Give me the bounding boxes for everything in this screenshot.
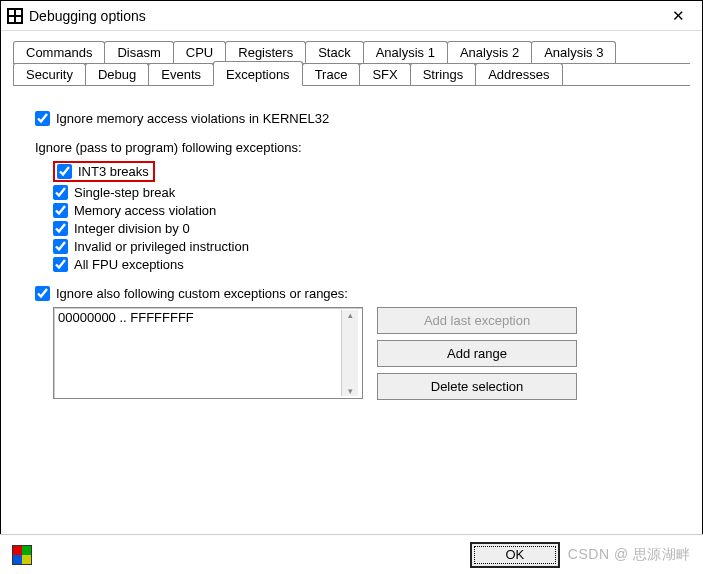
tab-disasm[interactable]: Disasm (104, 41, 173, 63)
tab-commands[interactable]: Commands (13, 41, 105, 63)
add-range-button[interactable]: Add range (377, 340, 577, 367)
label-singlestep: Single-step break (74, 185, 175, 200)
delete-selection-button[interactable]: Delete selection (377, 373, 577, 400)
custom-listbox[interactable]: 00000000 .. FFFFFFFF ▴ ▾ (53, 307, 363, 399)
label-memaccess: Memory access violation (74, 203, 216, 218)
tab-registers[interactable]: Registers (225, 41, 306, 63)
option-fpu: All FPU exceptions (53, 257, 686, 272)
highlight-box: INT3 breaks (53, 161, 155, 182)
label-fpu: All FPU exceptions (74, 257, 184, 272)
label-ignore-kernel32: Ignore memory access violations in KERNE… (56, 111, 329, 126)
tab-addresses[interactable]: Addresses (475, 63, 562, 85)
checkbox-singlestep[interactable] (53, 185, 68, 200)
tab-exceptions[interactable]: Exceptions (213, 61, 303, 86)
checkbox-int3[interactable] (57, 164, 72, 179)
exceptions-panel: Ignore memory access violations in KERNE… (13, 102, 690, 400)
watermark: CSDN @ 思源湖畔 (568, 546, 691, 564)
title-bar: Debugging options ✕ (1, 1, 702, 31)
option-singlestep: Single-step break (53, 185, 686, 200)
option-ignore-custom: Ignore also following custom exceptions … (35, 286, 686, 301)
option-invalid: Invalid or privileged instruction (53, 239, 686, 254)
checkbox-ignore-kernel32[interactable] (35, 111, 50, 126)
checkbox-ignore-custom[interactable] (35, 286, 50, 301)
tab-cpu[interactable]: CPU (173, 41, 226, 63)
tab-security[interactable]: Security (13, 63, 86, 85)
option-int3: INT3 breaks (53, 161, 686, 182)
add-last-exception-button[interactable]: Add last exception (377, 307, 577, 334)
label-ignore-custom: Ignore also following custom exceptions … (56, 286, 348, 301)
checkbox-fpu[interactable] (53, 257, 68, 272)
label-int3: INT3 breaks (78, 164, 149, 179)
ok-button[interactable]: OK (470, 542, 560, 568)
content-area: Commands Disasm CPU Registers Stack Anal… (1, 31, 702, 400)
listbox-content: 00000000 .. FFFFFFFF (58, 310, 341, 396)
tabs: Commands Disasm CPU Registers Stack Anal… (13, 41, 690, 86)
close-icon: ✕ (672, 7, 685, 25)
option-intdiv: Integer division by 0 (53, 221, 686, 236)
label-invalid: Invalid or privileged instruction (74, 239, 249, 254)
bottom-bar: OK CSDN @ 思源湖畔 (0, 534, 703, 574)
listbox-scrollbar[interactable]: ▴ ▾ (341, 310, 358, 396)
scroll-down-icon: ▾ (348, 386, 353, 396)
tab-sfx[interactable]: SFX (359, 63, 410, 85)
tab-stack[interactable]: Stack (305, 41, 364, 63)
tab-events[interactable]: Events (148, 63, 214, 85)
option-ignore-kernel32: Ignore memory access violations in KERNE… (35, 111, 686, 126)
label-intdiv: Integer division by 0 (74, 221, 190, 236)
checkbox-memaccess[interactable] (53, 203, 68, 218)
window-title: Debugging options (29, 8, 656, 24)
custom-exceptions-area: 00000000 .. FFFFFFFF ▴ ▾ Add last except… (53, 307, 686, 400)
checkbox-intdiv[interactable] (53, 221, 68, 236)
bottom-right: OK CSDN @ 思源湖畔 (470, 542, 691, 568)
scroll-up-icon: ▴ (348, 310, 353, 320)
list-item[interactable]: 00000000 .. FFFFFFFF (58, 310, 341, 325)
side-buttons: Add last exception Add range Delete sele… (377, 307, 577, 400)
close-button[interactable]: ✕ (656, 2, 700, 30)
tab-analysis1[interactable]: Analysis 1 (363, 41, 448, 63)
tab-debug[interactable]: Debug (85, 63, 149, 85)
checkbox-invalid[interactable] (53, 239, 68, 254)
palette-icon[interactable] (12, 545, 32, 565)
app-icon (7, 8, 23, 24)
tab-analysis3[interactable]: Analysis 3 (531, 41, 616, 63)
tab-analysis2[interactable]: Analysis 2 (447, 41, 532, 63)
label-following-exceptions: Ignore (pass to program) following excep… (35, 140, 686, 155)
tab-trace[interactable]: Trace (302, 63, 361, 85)
tab-row-1: Commands Disasm CPU Registers Stack Anal… (13, 41, 690, 64)
tab-row-2: Security Debug Events Exceptions Trace S… (13, 63, 690, 86)
option-memaccess: Memory access violation (53, 203, 686, 218)
tab-strings[interactable]: Strings (410, 63, 476, 85)
